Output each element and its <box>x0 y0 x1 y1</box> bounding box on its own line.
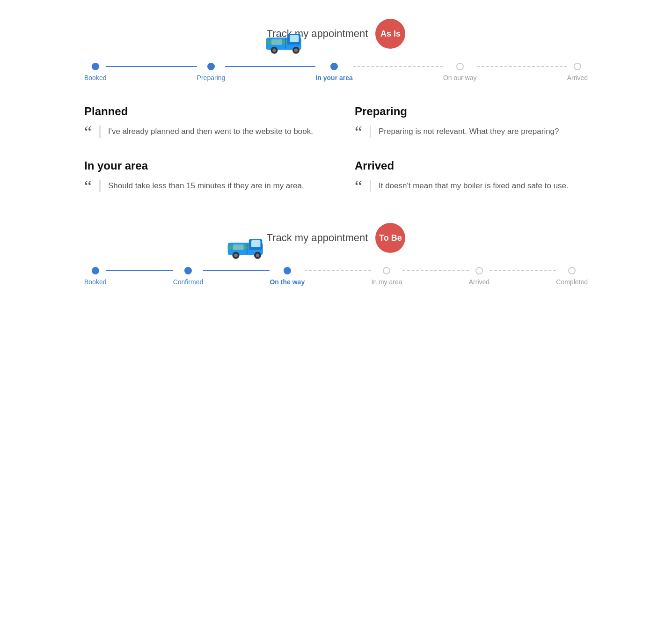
line-2 <box>225 66 315 67</box>
step-on-way: On our way <box>443 63 477 81</box>
quote-planned-heading: Planned <box>84 105 317 118</box>
van-image-to-be <box>226 235 268 263</box>
step-label-arrived: Arrived <box>567 74 588 81</box>
quotes-grid: Planned “ I've already planned and then … <box>75 105 597 195</box>
quote-planned: Planned “ I've already planned and then … <box>84 105 317 140</box>
step-dot-to-be-booked <box>92 267 99 274</box>
step-to-be-on-way: On the way <box>270 267 305 286</box>
svg-point-7 <box>294 49 298 52</box>
tracker-as-is: Booked Preparing In your area <box>75 58 597 81</box>
quote-planned-border: I've already planned and then went to th… <box>99 126 313 138</box>
quote-arrived-content: “ It doesn't mean that my boiler is fixe… <box>355 180 588 195</box>
step-to-be-confirmed: Confirmed <box>173 267 204 286</box>
line-3 <box>353 66 443 67</box>
step-in-area: In your area <box>315 63 352 81</box>
svg-point-5 <box>273 49 277 52</box>
quote-in-area-content: “ Should take less than 15 minutes if th… <box>84 180 317 195</box>
section-to-be: Track my appointment To Be <box>75 223 597 286</box>
quote-arrived-border: It doesn't mean that my boiler is fixed … <box>370 180 569 192</box>
badge-as-is: As Is <box>375 19 405 49</box>
step-to-be-arrived: Arrived <box>469 267 489 286</box>
svg-point-15 <box>234 254 238 258</box>
quote-preparing-heading: Preparing <box>355 105 588 118</box>
quote-arrived-text: It doesn't mean that my boiler is fixed … <box>379 180 569 192</box>
svg-rect-19 <box>233 244 244 250</box>
step-to-be-completed: Completed <box>556 267 588 286</box>
badge-to-be: To Be <box>375 223 405 253</box>
quote-arrived: Arrived “ It doesn't mean that my boiler… <box>355 159 588 195</box>
to-be-line-4 <box>402 270 469 271</box>
step-label-preparing: Preparing <box>197 74 226 81</box>
section-as-is: Track my appointment As Is <box>75 19 597 81</box>
step-dot-to-be-on-way <box>284 267 291 274</box>
quote-mark-preparing: “ <box>355 124 362 140</box>
step-label-to-be-completed: Completed <box>556 278 588 286</box>
step-dot-arrived <box>574 63 581 70</box>
step-label-to-be-on-way: On the way <box>270 278 305 286</box>
step-preparing: Preparing <box>197 63 226 81</box>
svg-rect-13 <box>251 240 261 247</box>
steps-row-to-be: Booked Confirmed On the way <box>84 262 588 286</box>
svg-rect-3 <box>290 35 299 42</box>
quote-in-area: In your area “ Should take less than 15 … <box>84 159 317 195</box>
step-dot-on-way <box>456 63 464 70</box>
quote-mark-arrived: “ <box>355 178 362 195</box>
line-1 <box>106 66 197 67</box>
step-label-to-be-arrived: Arrived <box>469 278 489 286</box>
quote-arrived-heading: Arrived <box>355 159 588 172</box>
track-title-to-be: Track my appointment <box>267 232 368 244</box>
step-to-be-in-my-area: In my area <box>371 267 402 286</box>
quote-in-area-border: Should take less than 15 minutes if they… <box>99 180 304 192</box>
to-be-line-1 <box>106 270 173 271</box>
step-label-booked: Booked <box>84 74 106 81</box>
step-dot-to-be-completed <box>568 267 576 274</box>
quote-in-area-text: Should take less than 15 minutes if they… <box>108 180 304 192</box>
step-label-to-be-in-my-area: In my area <box>371 278 402 286</box>
quote-planned-text: I've already planned and then went to th… <box>108 126 313 138</box>
van-image-as-is <box>264 30 307 58</box>
to-be-line-2 <box>203 270 270 271</box>
quote-preparing-text: Preparing is not relevant. What they are… <box>379 126 559 138</box>
step-dot-in-area <box>330 63 338 70</box>
quote-preparing-content: “ Preparing is not relevant. What they a… <box>355 126 588 140</box>
step-dot-to-be-in-my-area <box>383 267 390 274</box>
step-label-to-be-confirmed: Confirmed <box>173 278 204 286</box>
step-to-be-booked: Booked <box>84 267 106 286</box>
quote-in-area-heading: In your area <box>84 159 317 172</box>
tracker-to-be: Booked Confirmed On the way <box>75 262 597 286</box>
step-dot-to-be-arrived <box>475 267 483 274</box>
step-booked: Booked <box>84 63 106 81</box>
step-label-to-be-booked: Booked <box>84 278 106 286</box>
to-be-line-3 <box>305 270 371 271</box>
step-dot-booked <box>92 63 99 70</box>
to-be-line-5 <box>489 270 556 271</box>
step-dot-preparing <box>207 63 215 70</box>
step-label-in-area: In your area <box>315 74 352 81</box>
svg-rect-9 <box>271 39 282 45</box>
quote-preparing-border: Preparing is not relevant. What they are… <box>370 126 559 138</box>
step-dot-to-be-confirmed <box>184 267 192 274</box>
svg-point-17 <box>256 254 260 258</box>
track-header-to-be: Track my appointment To Be <box>75 223 597 253</box>
step-label-on-way: On our way <box>443 74 477 81</box>
steps-row-as-is: Booked Preparing In your area <box>84 58 588 81</box>
quote-mark-planned: “ <box>84 124 92 140</box>
step-arrived: Arrived <box>567 63 588 81</box>
quote-mark-in-area: “ <box>84 178 92 195</box>
line-4 <box>477 66 567 67</box>
quote-planned-content: “ I've already planned and then went to … <box>84 126 317 140</box>
quote-preparing: Preparing “ Preparing is not relevant. W… <box>355 105 588 140</box>
track-header-as-is: Track my appointment As Is <box>75 19 597 49</box>
